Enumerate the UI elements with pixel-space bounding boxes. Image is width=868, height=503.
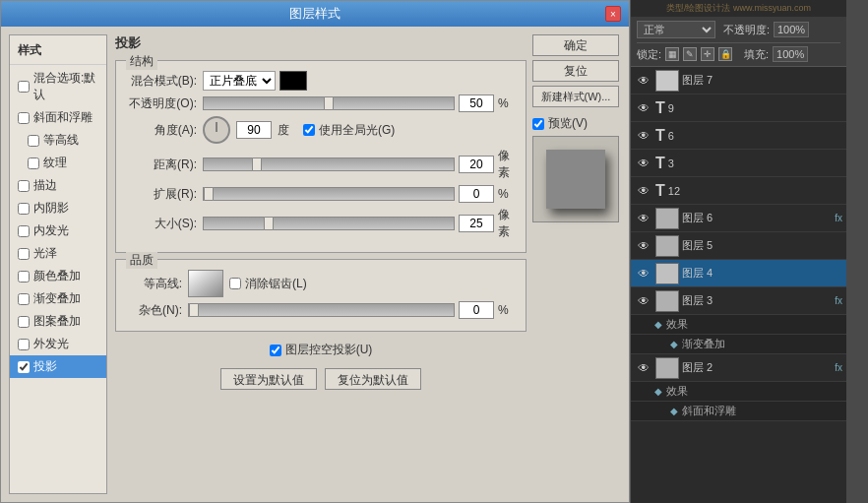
layers-list: 👁 图层 7 👁 T 9 👁 T 6 👁 T 3 👁 T 12 [631, 67, 846, 503]
sidebar-item-pattern-overlay[interactable]: 图案叠加 [10, 310, 106, 333]
lock-all-icon[interactable]: 🔒 [718, 47, 732, 61]
preview-inner [546, 150, 605, 209]
inner-glow-checkbox[interactable] [18, 225, 30, 237]
size-slider[interactable] [203, 217, 455, 230]
layer-visibility-6b[interactable]: 👁 [635, 210, 652, 227]
outer-glow-checkbox[interactable] [18, 339, 30, 350]
layer-visibility-6t[interactable]: 👁 [635, 127, 652, 145]
preview-label[interactable]: 预览(V) [532, 115, 621, 132]
distance-input[interactable] [459, 156, 494, 173]
noise-slider[interactable] [188, 303, 455, 317]
close-button[interactable]: × [605, 6, 621, 22]
layer-3-gradient: ◆ 渐变叠加 [631, 335, 846, 354]
antialiased-label[interactable]: 消除锯齿(L) [229, 276, 307, 292]
contour-checkbox[interactable] [28, 135, 39, 147]
layer-visibility-2[interactable]: 👁 [635, 359, 652, 377]
layer-item-2[interactable]: 👁 图层 2 fx [631, 354, 846, 382]
size-row: 大小(S): 像素 [124, 207, 518, 240]
layer-item-6t[interactable]: 👁 T 6 [631, 122, 846, 150]
spread-slider[interactable] [203, 187, 455, 201]
stroke-checkbox[interactable] [18, 180, 30, 192]
gradient-overlay-checkbox[interactable] [18, 293, 30, 305]
panels-area: 投影 结构 混合模式(B): 正片叠 [115, 34, 527, 494]
layer-visibility-12[interactable]: 👁 [635, 182, 652, 200]
sidebar-item-bevel[interactable]: 斜面和浮雕 [10, 106, 106, 129]
layer-item-7[interactable]: 👁 图层 7 [631, 67, 846, 94]
blend-checkbox[interactable] [18, 81, 30, 93]
dialog-title: 图层样式 [25, 5, 605, 23]
layer-visibility-9[interactable]: 👁 [635, 99, 652, 117]
sidebar-item-inner-glow[interactable]: 内发光 [10, 220, 106, 242]
layer-item-3t[interactable]: 👁 T 3 [631, 150, 846, 177]
lock-paint-icon[interactable]: ✎ [683, 47, 697, 61]
layer-visibility-4[interactable]: 👁 [635, 265, 652, 283]
layer-item-9[interactable]: 👁 T 9 [631, 94, 846, 122]
layer-fx-3b: fx [835, 295, 842, 306]
layer-item-6b[interactable]: 👁 图层 6 fx [631, 205, 846, 232]
global-light-checkbox[interactable] [303, 124, 315, 136]
watermark: 类型/绘图设计法 www.missyuan.com [631, 0, 846, 17]
drop-shadow-checkbox[interactable] [18, 361, 30, 373]
reset-default-button[interactable]: 复位为默认值 [325, 368, 421, 390]
layer-item-4[interactable]: 👁 图层 4 [631, 260, 846, 287]
angle-label: 角度(A): [124, 122, 203, 139]
structure-content: 混合模式(B): 正片叠底 正常 滤色 叠加 [124, 71, 518, 240]
set-default-button[interactable]: 设置为默认值 [220, 368, 317, 390]
layer-visibility-7[interactable]: 👁 [635, 72, 652, 90]
global-light-label[interactable]: 使用全局光(G) [303, 122, 395, 139]
layer-item-12[interactable]: 👁 T 12 [631, 177, 846, 205]
cancel-button[interactable]: 复位 [532, 60, 619, 82]
shadow-color-swatch[interactable] [279, 71, 307, 91]
angle-dial[interactable] [203, 116, 230, 144]
sidebar-item-stroke[interactable]: 描边 [10, 174, 106, 197]
distance-unit: 像素 [498, 148, 518, 181]
spread-input[interactable] [459, 185, 494, 203]
sidebar-item-contour[interactable]: 等高线 [10, 129, 106, 152]
satin-checkbox[interactable] [18, 248, 30, 260]
sidebar-item-color-overlay[interactable]: 颜色叠加 [10, 265, 106, 287]
opacity-label: 不透明度(O): [124, 95, 203, 112]
layer-visibility-3t[interactable]: 👁 [635, 155, 652, 172]
lock-row: 锁定: ▦ ✎ ✛ 🔒 填充: [637, 42, 840, 62]
sidebar-item-gradient-overlay[interactable]: 渐变叠加 [10, 287, 106, 310]
fill-value[interactable] [773, 46, 808, 62]
preview-checkbox[interactable] [532, 118, 544, 130]
opacity-slider[interactable] [203, 96, 455, 110]
layer-name-5: 图层 5 [682, 238, 842, 253]
layer-item-3b[interactable]: 👁 图层 3 fx [631, 287, 846, 315]
noise-input[interactable] [459, 301, 494, 319]
lock-transparency-icon[interactable]: ▦ [665, 47, 679, 61]
knockout-checkbox[interactable] [270, 345, 281, 356]
size-input[interactable] [459, 215, 494, 232]
opacity-input[interactable] [459, 94, 494, 112]
distance-row: 距离(R): 像素 [124, 148, 518, 181]
sidebar-item-texture[interactable]: 纹理 [10, 152, 106, 174]
pattern-overlay-checkbox[interactable] [18, 316, 30, 328]
blend-mode-select[interactable]: 正常 [637, 21, 715, 38]
ok-button[interactable]: 确定 [532, 34, 619, 56]
new-style-button[interactable]: 新建样式(W)... [532, 86, 619, 107]
layer-visibility-3b[interactable]: 👁 [635, 292, 652, 310]
distance-slider[interactable] [203, 157, 455, 171]
layer-visibility-5[interactable]: 👁 [635, 237, 652, 255]
lock-move-icon[interactable]: ✛ [701, 47, 714, 61]
angle-input[interactable] [236, 121, 272, 139]
sidebar-item-satin[interactable]: 光泽 [10, 242, 106, 265]
layer-item-5[interactable]: 👁 图层 5 [631, 232, 846, 260]
noise-row: 杂色(N): % [124, 301, 518, 319]
opacity-value[interactable] [774, 22, 809, 37]
color-overlay-checkbox[interactable] [18, 271, 30, 283]
sidebar-item-blend[interactable]: 混合选项:默认 [10, 67, 106, 106]
knockout-label[interactable]: 图层控空投影(U) [270, 342, 373, 358]
sidebar-item-outer-glow[interactable]: 外发光 [10, 333, 106, 355]
blend-mode-select[interactable]: 正片叠底 正常 滤色 叠加 [203, 71, 276, 91]
quality-content: 等高线: 消除锯齿(L) [124, 270, 518, 319]
antialiased-checkbox[interactable] [229, 278, 241, 289]
texture-checkbox[interactable] [28, 157, 39, 169]
sidebar-item-drop-shadow[interactable]: 投影 [10, 355, 106, 378]
sidebar-item-inner-shadow[interactable]: 内阴影 [10, 197, 106, 220]
bevel-checkbox[interactable] [18, 112, 30, 124]
inner-shadow-checkbox[interactable] [18, 203, 30, 215]
blend-mode-control: 正片叠底 正常 滤色 叠加 [203, 71, 518, 91]
contour-preview[interactable] [188, 270, 223, 297]
